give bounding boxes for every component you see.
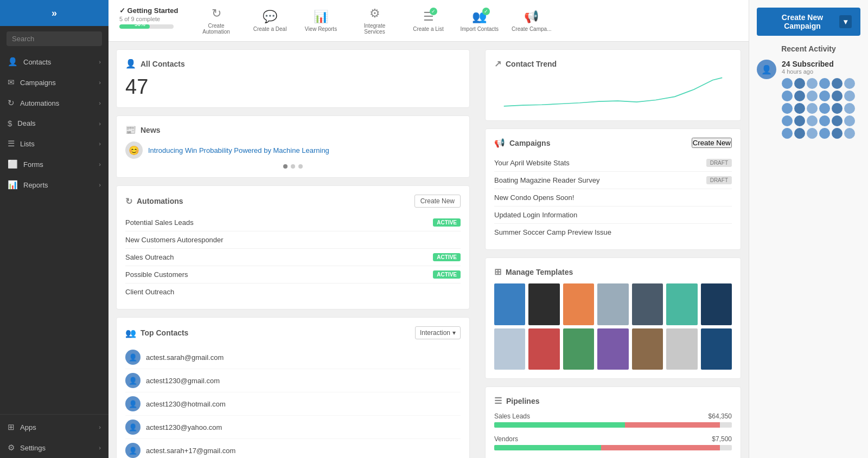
campaign-row[interactable]: Boating Magazine Reader SurveyDRAFT [494, 172, 732, 189]
main-area: ✓ Getting Started 5 of 9 complete 56% ↻C… [108, 0, 749, 458]
topbar: ✓ Getting Started 5 of 9 complete 56% ↻C… [108, 0, 749, 42]
mini-avatar [819, 78, 830, 89]
automation-row[interactable]: New Customers Autoresponder [125, 231, 461, 249]
sidebar-item-deals[interactable]: $Deals› [0, 113, 108, 133]
news-dots [125, 164, 461, 169]
create-campaign-button[interactable]: Create New Campaign ▾ [757, 8, 860, 36]
campaign-row[interactable]: Summer Soccer Camp Preview Issue [494, 224, 732, 241]
campaign-row[interactable]: Your April Website StatsDRAFT [494, 154, 732, 172]
sidebar-item-campaigns[interactable]: ✉Campaigns› [0, 72, 108, 93]
sidebar-item-forms[interactable]: ⬜Forms› [0, 154, 108, 175]
mini-avatar [782, 78, 793, 89]
news-dot-2[interactable] [291, 164, 295, 169]
sidebar-header[interactable]: » [0, 0, 108, 26]
topbar-action-create-list[interactable]: ☰✓Create a List [410, 10, 448, 32]
contact-trend-title: ↗ Contact Trend [494, 59, 557, 69]
news-link[interactable]: Introducing Win Probability Powered by M… [148, 146, 329, 154]
template-thumb-11[interactable] [632, 328, 663, 370]
automation-row[interactable]: Possible CustomersACTIVE [125, 266, 461, 283]
campaigns-icon: 📢 [494, 138, 505, 148]
mini-avatar [794, 115, 805, 126]
top-contacts-header: 👥 Top Contacts Interaction ▾ [125, 326, 461, 339]
search-input[interactable] [7, 31, 102, 46]
all-contacts-card: 👤 All Contacts 47 [116, 49, 470, 108]
content-left: 👤 All Contacts 47 📰 News 😊 Introducing W… [108, 42, 477, 458]
template-thumb-1[interactable] [528, 283, 559, 325]
templates-grid [494, 283, 732, 370]
news-avatar: 😊 [125, 141, 143, 159]
template-thumb-6[interactable] [701, 283, 732, 325]
topbar-action-create-campaign[interactable]: 📢Create Campa... [512, 10, 551, 32]
news-icon: 📰 [125, 125, 136, 135]
contacts-icon: 👤 [125, 59, 136, 69]
sidebar: » 👤Contacts›✉Campaigns›↻Automations›$Dea… [0, 0, 108, 458]
template-thumb-9[interactable] [563, 328, 594, 370]
mini-avatar [794, 103, 805, 114]
template-thumb-0[interactable] [494, 283, 525, 325]
nav-bottom-items: ⊞Apps›⚙Settings› [0, 417, 108, 458]
template-thumb-10[interactable] [597, 328, 628, 370]
sidebar-toggle-icon[interactable]: » [52, 8, 57, 19]
news-card: 📰 News 😊 Introducing Win Probability Pow… [116, 115, 470, 178]
automations-title: ↻ Automations [125, 196, 183, 207]
contact-row[interactable]: 👤actest.sarah+17@gmail.com [125, 439, 461, 458]
automation-row[interactable]: Potential Sales LeadsACTIVE [125, 214, 461, 231]
mini-avatar [807, 78, 818, 89]
mini-avatar [807, 128, 818, 139]
campaign-row[interactable]: New Condo Opens Soon! [494, 189, 732, 207]
contact-trend-chart [494, 75, 732, 113]
contacts-icon: 👤 [8, 57, 18, 67]
mini-avatar [782, 91, 793, 101]
news-item: 😊 Introducing Win Probability Powered by… [125, 141, 461, 159]
sidebar-item-apps[interactable]: ⊞Apps› [0, 417, 108, 437]
campaigns-header: 📢 Campaigns Create New [494, 138, 732, 148]
contact-row[interactable]: 👤actest.sarah@gmail.com [125, 346, 461, 369]
template-thumb-13[interactable] [701, 328, 732, 370]
contacts-count: 47 [125, 75, 461, 99]
template-thumb-8[interactable] [528, 328, 559, 370]
news-dot-3[interactable] [298, 164, 303, 169]
sidebar-item-settings[interactable]: ⚙Settings› [0, 437, 108, 458]
contact-row[interactable]: 👤actest1230@gmail.com [125, 369, 461, 392]
contact-trend-header: ↗ Contact Trend [494, 59, 732, 69]
template-thumb-7[interactable] [494, 328, 525, 370]
automation-row[interactable]: Client Outreach [125, 283, 461, 300]
template-thumb-3[interactable] [597, 283, 628, 325]
pipelines-header: ☰ Pipelines [494, 396, 732, 406]
sidebar-item-lists[interactable]: ☰Lists› [0, 133, 108, 154]
topbar-actions: ↻Create Automation💬Create a Deal📊View Re… [195, 7, 552, 35]
top-contacts-title: 👥 Top Contacts [125, 328, 188, 338]
sidebar-item-automations[interactable]: ↻Automations› [0, 93, 108, 113]
topbar-action-integrate-services[interactable]: ⚙Integrate Services [353, 7, 397, 35]
activity-count: 24 Subscribed [782, 60, 860, 68]
sidebar-item-reports[interactable]: 📊Reports› [0, 175, 108, 195]
automations-card: ↻ Automations Create New Potential Sales… [116, 185, 470, 309]
progress-label: 56% [135, 21, 194, 27]
topbar-action-create-automation[interactable]: ↻Create Automation [195, 7, 238, 35]
mini-avatar [819, 103, 830, 114]
automations-icon: ↻ [8, 98, 15, 108]
topbar-action-import-contacts[interactable]: 👥✓Import Contacts [461, 10, 499, 32]
template-thumb-5[interactable] [666, 283, 697, 325]
automation-row[interactable]: Sales OutreachACTIVE [125, 249, 461, 266]
topbar-action-view-reports[interactable]: 📊View Reports [302, 10, 340, 32]
contact-row[interactable]: 👤actest1230@hotmail.com [125, 392, 461, 416]
sidebar-item-contacts[interactable]: 👤Contacts› [0, 51, 108, 72]
template-thumb-12[interactable] [666, 328, 697, 370]
template-thumb-4[interactable] [632, 283, 663, 325]
campaign-row[interactable]: Updated Login Information [494, 207, 732, 224]
mini-avatar [844, 78, 855, 89]
template-thumb-2[interactable] [563, 283, 594, 325]
recent-activity: Recent Activity 👤 24 Subscribed 4 hours … [757, 44, 860, 139]
campaigns-title: 📢 Campaigns [494, 138, 550, 148]
contact-row[interactable]: 👤actest1230@yahoo.com [125, 416, 461, 439]
mini-avatar [794, 128, 805, 139]
content: 👤 All Contacts 47 📰 News 😊 Introducing W… [108, 42, 749, 458]
mini-avatar [819, 91, 830, 101]
campaigns-create-button[interactable]: Create New [692, 138, 732, 148]
contacts-filter-button[interactable]: Interaction ▾ [415, 326, 461, 339]
automations-create-button[interactable]: Create New [414, 195, 461, 208]
news-title: 📰 News [125, 125, 161, 135]
topbar-action-create-deal[interactable]: 💬Create a Deal [251, 10, 289, 32]
news-dot-1[interactable] [283, 164, 288, 169]
